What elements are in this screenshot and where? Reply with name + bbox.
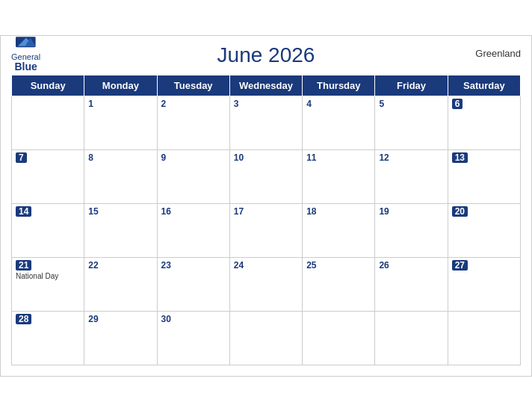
day-number: 28 — [16, 314, 31, 324]
week-row-1: 78910111213 — [12, 149, 521, 203]
day-number: 27 — [452, 260, 468, 271]
day-cell: 3 — [229, 96, 302, 149]
day-cell: 10 — [229, 149, 302, 203]
day-number: 14 — [16, 206, 31, 217]
week-row-2: 14151617181920 — [12, 203, 521, 257]
day-number: 17 — [234, 206, 298, 217]
day-cell: 5 — [375, 96, 448, 149]
day-number: 2 — [161, 99, 226, 109]
calendar-title: June 2026 — [217, 43, 315, 67]
day-cell: 23 — [157, 257, 229, 311]
day-cell — [448, 311, 520, 365]
day-cell: 14 — [12, 203, 84, 257]
header-wednesday: Wednesday — [229, 75, 302, 96]
day-cell — [303, 311, 375, 365]
region-label: Greenland — [475, 48, 521, 59]
event-label: National Day — [16, 272, 80, 280]
day-cell — [375, 311, 448, 365]
day-cell: 21National Day — [12, 257, 84, 311]
day-number: 4 — [306, 99, 371, 109]
day-number: 26 — [379, 260, 443, 271]
day-cell: 13 — [448, 149, 520, 203]
day-number: 18 — [306, 206, 371, 217]
day-number: 19 — [379, 206, 443, 217]
day-cell: 2 — [157, 96, 229, 149]
day-cell: 25 — [303, 257, 375, 311]
calendar-container: General Blue June 2026 Greenland Sunday … — [0, 35, 532, 377]
day-cell: 29 — [84, 311, 157, 365]
day-cell: 27 — [448, 257, 520, 311]
day-cell: 11 — [303, 149, 375, 203]
day-number: 21 — [16, 260, 31, 271]
day-cell: 9 — [157, 149, 229, 203]
calendar-grid: Sunday Monday Tuesday Wednesday Thursday… — [11, 75, 521, 365]
day-number: 13 — [452, 152, 468, 163]
day-number: 29 — [88, 314, 152, 324]
day-cell: 19 — [375, 203, 448, 257]
day-number: 10 — [234, 152, 298, 163]
day-cell: 28 — [12, 311, 84, 365]
day-cell: 26 — [375, 257, 448, 311]
day-cell: 17 — [229, 203, 302, 257]
day-number: 8 — [88, 152, 152, 163]
header-saturday: Saturday — [448, 75, 520, 96]
week-row-3: 21National Day222324252627 — [12, 257, 521, 311]
day-number: 1 — [88, 99, 152, 109]
day-cell: 22 — [84, 257, 157, 311]
day-number: 20 — [452, 206, 468, 217]
day-cell — [229, 311, 302, 365]
week-row-0: 123456 — [12, 96, 521, 149]
day-cell: 16 — [157, 203, 229, 257]
day-cell: 18 — [303, 203, 375, 257]
day-cell: 8 — [84, 149, 157, 203]
day-number: 5 — [379, 99, 443, 109]
day-cell: 1 — [84, 96, 157, 149]
day-number: 16 — [161, 206, 226, 217]
weekday-header-row: Sunday Monday Tuesday Wednesday Thursday… — [12, 75, 521, 96]
day-number: 24 — [234, 260, 298, 271]
day-number: 6 — [452, 99, 463, 109]
day-cell: 24 — [229, 257, 302, 311]
header-sunday: Sunday — [12, 75, 84, 96]
day-cell: 7 — [12, 149, 84, 203]
day-number: 9 — [161, 152, 226, 163]
day-cell: 6 — [448, 96, 520, 149]
logo-icon — [16, 37, 37, 52]
calendar-header: General Blue June 2026 Greenland — [11, 43, 521, 72]
logo-blue: Blue — [14, 61, 37, 72]
day-cell: 15 — [84, 203, 157, 257]
day-number: 25 — [306, 260, 371, 271]
day-number: 3 — [234, 99, 298, 109]
week-row-4: 282930 — [12, 311, 521, 365]
logo-area: General Blue — [11, 37, 40, 72]
day-number: 30 — [161, 314, 226, 324]
day-cell: 12 — [375, 149, 448, 203]
day-number: 7 — [16, 152, 27, 163]
day-cell: 4 — [303, 96, 375, 149]
header-monday: Monday — [84, 75, 157, 96]
day-number: 11 — [306, 152, 371, 163]
day-cell: 30 — [157, 311, 229, 365]
day-number: 22 — [88, 260, 152, 271]
header-thursday: Thursday — [303, 75, 375, 96]
header-friday: Friday — [375, 75, 448, 96]
day-cell: 20 — [448, 203, 520, 257]
day-number: 23 — [161, 260, 226, 271]
day-cell — [12, 96, 84, 149]
day-number: 15 — [88, 206, 152, 217]
header-tuesday: Tuesday — [157, 75, 229, 96]
day-number: 12 — [379, 152, 443, 163]
